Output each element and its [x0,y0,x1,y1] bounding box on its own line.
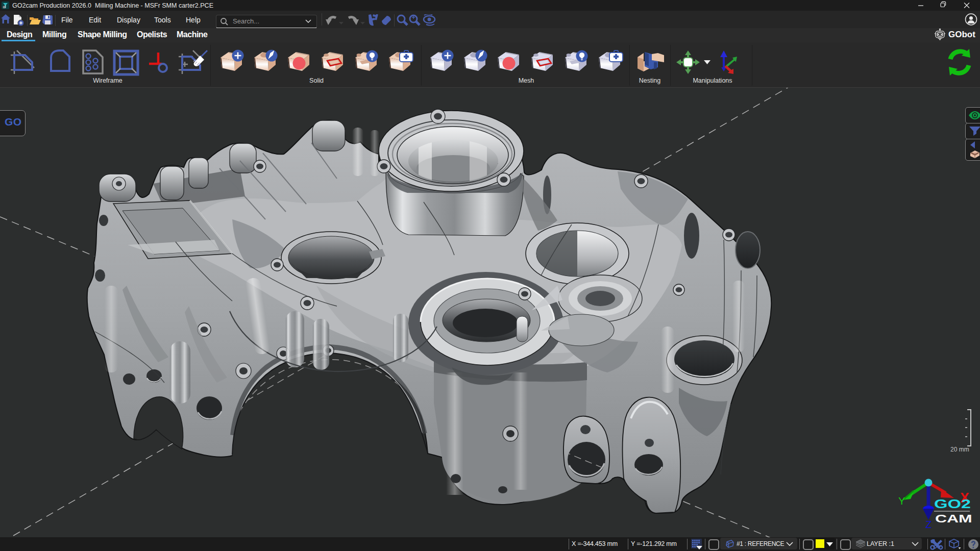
svg-text:Z: Z [925,519,932,530]
svg-text:20 mm: 20 mm [950,446,969,453]
svg-text:Y: Y [898,495,905,507]
